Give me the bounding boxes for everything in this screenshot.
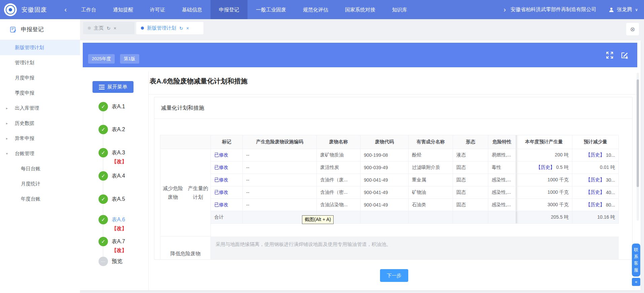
sidebar-item-quarterly[interactable]: 季度申报 <box>0 85 80 101</box>
modified-link[interactable]: 已修改 <box>214 177 228 183</box>
sidebar-item-inout-storage[interactable]: ▸ 出入库管理 <box>0 101 80 116</box>
history-link[interactable]: 【历史】 <box>586 189 605 195</box>
cell-harmful: 矿物油 <box>409 186 453 199</box>
step-table-a2[interactable]: ✓ 表A.2 <box>99 125 125 134</box>
divider <box>149 94 637 95</box>
refresh-icon[interactable]: ↻ <box>179 26 183 31</box>
nav-item-national-link[interactable]: 国家系统对接 <box>337 0 384 19</box>
modified-link[interactable]: 已修改 <box>214 189 228 195</box>
app-logo <box>4 3 17 16</box>
check-icon: ✓ <box>99 237 108 246</box>
measures-textarea[interactable]: 采用与地面绝缘隔离，使用钢板进行满焊铺设地面及使用专用输油管道，积油池。 <box>211 236 619 260</box>
service-collapse-button[interactable]: « <box>632 278 640 286</box>
company-name[interactable]: 安徽省柏科洪武零部件再制造有限公司 <box>510 6 596 13</box>
cell-waste-code: 900-041-49 <box>361 199 409 211</box>
scrollbar-thumb[interactable] <box>637 79 639 187</box>
arrow-right-icon: ▸ <box>6 106 8 110</box>
logo-emblem-icon <box>6 5 15 14</box>
arrow-right-icon: ▸ <box>6 137 8 140</box>
next-step-button[interactable]: 下一步 <box>380 269 408 282</box>
user-name: 张龙腾 <box>617 6 632 13</box>
check-icon: ✓ <box>99 215 108 224</box>
nav-collapse-icon[interactable]: ‹ <box>61 6 70 13</box>
cell-hazard: 感染性,... <box>488 199 516 211</box>
memo-row: 降低危险废物 采用与地面绝缘隔离，使用钢板进行满焊铺设地面及使用专用输油管道，积… <box>160 236 619 260</box>
sidebar-item-new-plan[interactable]: 新版管理计划 <box>0 40 80 55</box>
main-panel: 2025年度 第1版 展开菜单 ✓ 表A.1 ✓ 表A.2 ✓ 表A.3 【改】 <box>80 40 641 290</box>
nav-item-workbench[interactable]: 工作台 <box>73 0 105 19</box>
cell-hazard: 感染性,... <box>488 174 516 186</box>
history-link[interactable]: 【历史】 <box>536 164 555 171</box>
tab-new-plan-label: 新版管理计划 <box>147 25 176 31</box>
fullscreen-icon[interactable] <box>606 51 614 59</box>
edit-cancel-icon[interactable] <box>620 51 629 59</box>
step-table-a5[interactable]: ✓ 表A.5 <box>99 194 125 204</box>
modified-link[interactable]: 已修改 <box>214 202 228 208</box>
changed-badge: 【改】 <box>112 246 127 254</box>
history-link[interactable]: 【历史】 <box>586 202 605 208</box>
nav-item-knowledge[interactable]: 知识库 <box>384 0 416 19</box>
table-header-row: 标记 产生危险废物设施编码 废物名称 废物代码 有害成分名称 形态 危险特性 本… <box>211 135 619 149</box>
sidebar-item-abnormal[interactable]: ▸ 异常申报 <box>0 131 80 146</box>
step-table-a6[interactable]: ✓ 表A.6 【改】 <box>99 215 127 232</box>
table-total-row: 合计 205.5 吨 10.16 吨 <box>211 211 619 224</box>
refresh-icon[interactable]: ↻ <box>107 26 111 31</box>
cell-facility: -- <box>243 174 317 186</box>
step-table-a1[interactable]: ✓ 表A.1 <box>99 102 125 111</box>
expand-menu-button[interactable]: 展开菜单 <box>92 81 134 93</box>
history-link[interactable]: 【历史】 <box>586 152 605 158</box>
sidebar-item-daily-ledger[interactable]: 每日台账 <box>0 161 80 176</box>
section-title: 减量化计划和措施 <box>154 97 632 119</box>
step-table-a7[interactable]: ✓ 表A.7 【改】 <box>99 237 127 254</box>
total-label: 合计 <box>211 211 243 224</box>
cell-form: 固态 <box>453 199 488 211</box>
sidebar-item-monthly-stats[interactable]: 月度统计 <box>0 176 80 191</box>
cell-reduce: 【历史】30... <box>572 174 619 186</box>
tab-new-plan[interactable]: 新版管理计划 ↻ × <box>136 22 203 34</box>
cell-harmful: 石油类 <box>409 199 453 211</box>
modified-link[interactable]: 已修改 <box>214 164 228 171</box>
step-preview[interactable]: ⋯ 预览 <box>99 257 122 266</box>
menu-icon <box>99 85 105 89</box>
sidebar: 申报登记 新版管理计划 管理计划 月度申报 季度申报 ▸ 出入库管理 ▸ 历史数… <box>0 19 80 293</box>
sidebar-item-plan[interactable]: 管理计划 <box>0 55 80 70</box>
cell-hazard: 毒性 <box>488 161 516 174</box>
check-icon: ✓ <box>99 102 108 111</box>
company-arrow-icon[interactable]: › <box>504 6 506 13</box>
sidebar-item-ledger[interactable]: ▾ 台账管理 <box>0 146 80 161</box>
nav-item-general-waste[interactable]: 一般工业固废 <box>248 0 295 19</box>
cell-facility: -- <box>243 161 317 174</box>
table-row: 已修改 -- 含油件（废... 900-041-49 重金属 固态 感染性,..… <box>211 174 619 186</box>
nav-item-declaration[interactable]: 申报登记 <box>211 0 248 19</box>
sidebar-title: 申报登记 <box>21 26 44 33</box>
col-header-mark: 标记 <box>211 135 243 149</box>
sidebar-item-monthly[interactable]: 月度申报 <box>0 70 80 85</box>
group-header-cell <box>160 135 211 149</box>
history-link[interactable]: 【历史】 <box>586 177 605 183</box>
step-table-a4[interactable]: ✓ 表A.4 <box>99 171 125 181</box>
close-all-tabs-button[interactable]: ⊗ <box>626 23 639 35</box>
nav-item-notifications[interactable]: 通知提醒 <box>105 0 142 19</box>
col-header-reduce: 预计减少量 <box>572 135 619 149</box>
contact-service-button[interactable]: 联系客服 <box>632 244 640 277</box>
cell-reduce: 【历史】80... <box>572 199 619 211</box>
nav-item-basic-info[interactable]: 基础信息 <box>174 0 211 19</box>
cell-facility: -- <box>243 149 317 161</box>
tab-home-label: 主页 <box>94 25 104 31</box>
user-menu[interactable]: 张龙腾 ∨ <box>608 6 638 13</box>
modified-link[interactable]: 已修改 <box>214 152 228 158</box>
close-icon[interactable]: × <box>186 26 189 31</box>
sidebar-item-history-data[interactable]: ▸ 历史数据 <box>0 116 80 131</box>
tab-home[interactable]: 主页 ↻ × <box>83 22 135 34</box>
scrollbar-track[interactable] <box>637 73 639 221</box>
col-header-output: 本年度预计产生量 <box>516 135 572 149</box>
app-brand: 安徽固废 <box>22 6 47 14</box>
cell-waste-code: 900-041-49 <box>361 174 409 186</box>
close-icon[interactable]: × <box>114 26 116 31</box>
nav-item-standard-eval[interactable]: 规范化评估 <box>295 0 337 19</box>
step-table-a3[interactable]: ✓ 表A.3 【改】 <box>99 148 127 166</box>
cell-output: 【历史】0.5 吨 <box>516 161 572 174</box>
row-group-label: 减少危险废物产生量的计划 <box>160 149 211 236</box>
sidebar-item-yearly-ledger[interactable]: 年度台账 <box>0 191 80 207</box>
nav-item-license[interactable]: 许可证 <box>142 0 174 19</box>
